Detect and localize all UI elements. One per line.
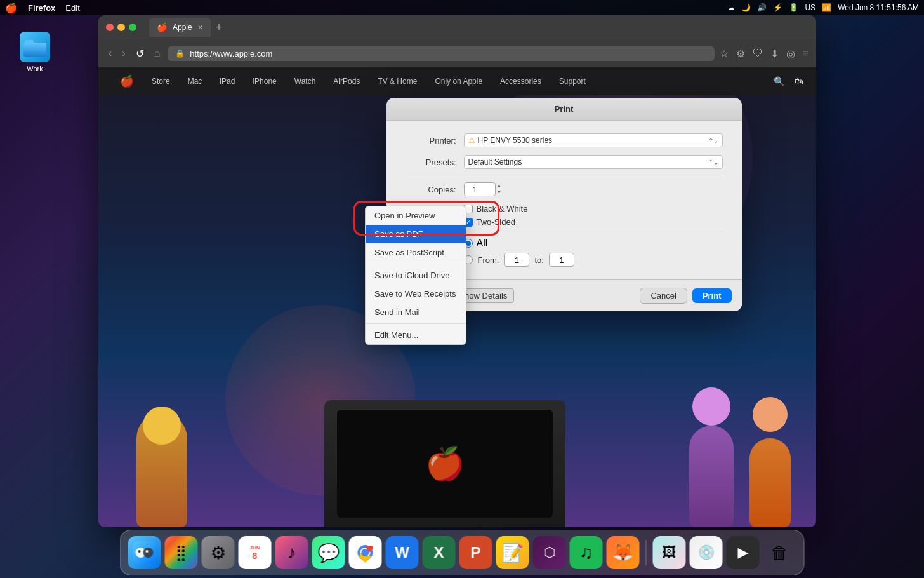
printer-label: Printer: (406, 136, 456, 145)
menubar-language: US (805, 3, 815, 12)
apple-menu-icon[interactable]: 🍎 (5, 2, 18, 14)
pdf-menu-mail[interactable]: Send in Mail (366, 303, 466, 321)
desktop-icon-work[interactable]: Work (13, 32, 57, 72)
pdf-menu-save-postscript[interactable]: Save as PostScript (366, 243, 466, 262)
lock-icon: 🔒 (175, 49, 185, 58)
pdf-menu-edit[interactable]: Edit Menu... (366, 326, 466, 344)
dock-chrome[interactable] (349, 536, 382, 569)
bookmark-icon[interactable]: ☆ (720, 48, 729, 60)
nav-support[interactable]: Support (550, 77, 595, 86)
presets-select[interactable]: Default Settings ⌃⌄ (464, 155, 723, 169)
print-dialog-title: Print (386, 98, 742, 121)
black-white-row: Black & White (464, 204, 723, 213)
dock-notes[interactable]: 📝 (496, 536, 529, 569)
nav-mac[interactable]: Mac (179, 77, 211, 86)
copies-label: Copies: (406, 185, 456, 194)
dock-preview[interactable]: 🖼 (653, 536, 686, 569)
menu-icon[interactable]: ≡ (803, 48, 808, 59)
app-menu-firefox[interactable]: Firefox (28, 3, 55, 13)
extensions-icon[interactable]: ⚙ (736, 48, 745, 60)
svg-point-6 (138, 550, 141, 553)
dock-word[interactable]: W (386, 536, 419, 569)
forward-button[interactable]: › (119, 45, 128, 62)
pdf-menu-icloud[interactable]: Save to iCloud Drive (366, 266, 466, 285)
dock-disk-utility[interactable]: 💿 (690, 536, 723, 569)
nav-watch[interactable]: Watch (286, 77, 325, 86)
nav-bag-icon[interactable]: 🛍 (795, 76, 803, 86)
divider-1 (406, 177, 723, 177)
nav-airpods[interactable]: AirPods (324, 77, 369, 86)
nav-accessories[interactable]: Accessories (491, 77, 550, 86)
close-button[interactable] (106, 24, 114, 31)
nav-ipad[interactable]: iPad (211, 77, 244, 86)
pdf-menu-open-preview[interactable]: Open in Preview (366, 206, 466, 225)
dock-finder[interactable] (128, 536, 161, 569)
dock-trash[interactable]: 🗑 (763, 536, 796, 569)
copies-input[interactable] (464, 182, 496, 196)
menubar: 🍎 Firefox Edit ☁ 🌙 🔊 ⚡ 🔋 US 📶 Wed Jun 8 … (0, 0, 924, 15)
download-icon[interactable]: ⬇ (770, 48, 779, 60)
svg-point-10 (362, 549, 369, 556)
nav-search-icon[interactable]: 🔍 (774, 76, 784, 86)
hero-character-left (124, 400, 200, 527)
new-tab-button[interactable]: + (216, 21, 223, 34)
copies-up-arrow[interactable]: ▲ (497, 183, 502, 189)
work-icon-label: Work (27, 65, 43, 72)
dock-system-preferences[interactable]: ⚙ (202, 536, 235, 569)
menubar-battery: 🔋 (789, 3, 798, 12)
address-bar[interactable]: 🔒 https://www.apple.com (168, 46, 714, 61)
nav-tv-home[interactable]: TV & Home (369, 77, 426, 86)
nav-only-on-apple[interactable]: Only on Apple (426, 77, 491, 86)
pdf-dropdown-menu: Open in Preview Save as PDF Save as Post… (365, 206, 466, 345)
dock-music[interactable]: ♪ (275, 536, 308, 569)
menubar-moon: 🌙 (741, 3, 751, 12)
profile-icon[interactable]: ◎ (786, 48, 795, 60)
reload-button[interactable]: ↺ (133, 45, 147, 62)
maximize-button[interactable] (129, 24, 136, 31)
browser-tab-apple[interactable]: 🍎 Apple ✕ (149, 18, 211, 37)
pages-from-input[interactable] (504, 253, 529, 267)
presets-chevron-icon: ⌃⌄ (708, 159, 718, 166)
browser-window: 🍎 Apple ✕ + ‹ › ↺ ⌂ 🔒 https://www.apple.… (98, 15, 816, 527)
dock-powerpoint[interactable]: P (459, 536, 492, 569)
presets-value: Default Settings (468, 158, 522, 166)
dock-firefox[interactable]: 🦊 (607, 536, 640, 569)
pages-all-option: All (464, 238, 488, 249)
tab-area: 🍎 Apple ✕ + (149, 18, 808, 37)
dock-messages[interactable]: 💬 (312, 536, 345, 569)
nav-iphone[interactable]: iPhone (244, 77, 285, 86)
dock-excel[interactable]: X (423, 536, 456, 569)
apple-logo-nav[interactable]: 🍎 (111, 74, 143, 88)
minimize-button[interactable] (117, 24, 125, 31)
pdf-menu-save-pdf[interactable]: Save as PDF (366, 225, 466, 243)
black-white-label: Black & White (477, 204, 528, 213)
browser-navbar: ‹ › ↺ ⌂ 🔒 https://www.apple.com ☆ ⚙ 🛡 ⬇ … (98, 39, 816, 67)
nav-store[interactable]: Store (143, 77, 179, 86)
menu-edit[interactable]: Edit (65, 3, 79, 13)
copies-down-arrow[interactable]: ▼ (497, 189, 502, 196)
menubar-volume[interactable]: 🔊 (757, 3, 767, 12)
pages-to-input[interactable] (549, 253, 574, 267)
shield-icon[interactable]: 🛡 (753, 48, 763, 59)
back-button[interactable]: ‹ (106, 45, 114, 62)
dock-slack[interactable]: ⬡ (533, 536, 566, 569)
print-button[interactable]: Print (692, 288, 732, 303)
cancel-button[interactable]: Cancel (640, 288, 687, 304)
dock: ⣿ ⚙ JUN 8 ♪ 💬 W X P 📝 ⬡ ♫ 🦊 🖼 💿 ▶ (120, 530, 805, 575)
printer-warning-icon: ⚠ (468, 136, 475, 145)
pages-from-label: From: (478, 255, 499, 265)
dock-calendar[interactable]: JUN 8 (239, 536, 272, 569)
apple-navigation: 🍎 Store Mac iPad iPhone Watch AirPods TV… (98, 67, 816, 95)
copies-row: Copies: ▲ ▼ (406, 182, 723, 196)
printer-select[interactable]: ⚠ HP ENVY 5530 series ⌃⌄ (464, 133, 723, 147)
dock-spotify[interactable]: ♫ (570, 536, 603, 569)
dock-launchpad[interactable]: ⣿ (165, 536, 198, 569)
tab-close-button[interactable]: ✕ (197, 24, 203, 32)
dock-iina[interactable]: ▶ (727, 536, 760, 569)
menubar-bluetooth[interactable]: ⚡ (773, 3, 782, 12)
dropdown-divider-2 (366, 323, 466, 324)
pdf-menu-web-receipts[interactable]: Save to Web Receipts (366, 285, 466, 303)
menubar-wifi[interactable]: 📶 (822, 3, 831, 12)
home-button[interactable]: ⌂ (152, 45, 163, 62)
tab-favicon: 🍎 (157, 22, 168, 32)
